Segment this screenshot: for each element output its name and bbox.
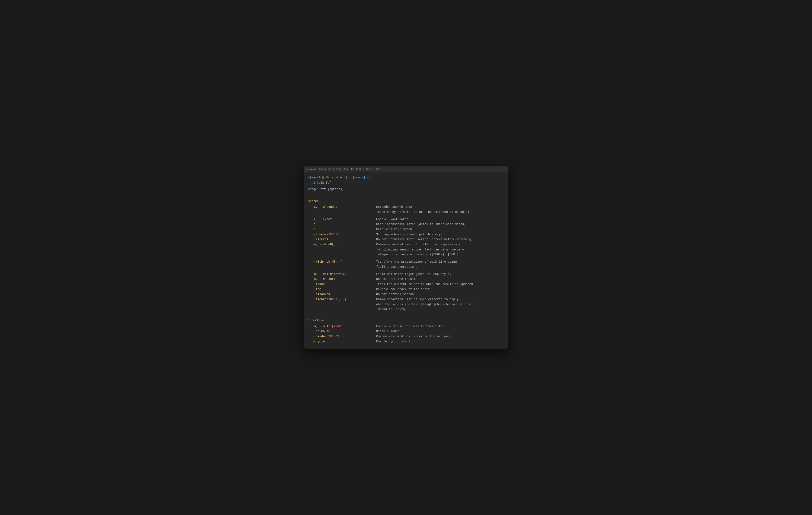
usage-line: usage: fzf [options] — [308, 187, 504, 192]
option-flag-col-i: -i — [308, 222, 376, 227]
option-spacer-nth1 — [308, 247, 376, 252]
desc-cycle: Enable cyclic scroll — [376, 340, 504, 344]
option-flag-col-delimiter: -d, --delimiter=STR — [308, 272, 376, 277]
option-flag-col-exact: -e, --exact — [308, 217, 376, 222]
option-flag-col-multi: -m, --multi[=MAX] — [308, 324, 376, 329]
prompt-space — [342, 176, 344, 179]
desc-extended-cont: (enabled by default; +x or --no-extended… — [376, 210, 504, 215]
prompt-line: ─(marslo@iMarsloPro ~) - [emacs] -> — [308, 175, 504, 180]
desc-bind: Custom key bindings. Refer to the man pa… — [376, 334, 504, 339]
bracket-close: ) — [345, 176, 347, 179]
blank-row-3 — [308, 258, 504, 260]
separator: - — [347, 176, 353, 179]
blank-row-4 — [308, 270, 504, 272]
flag-scheme-red: SCHEME — [328, 233, 339, 236]
terminal-window: ⊙ 12/27, 06:55 ⬛ 0.0 kB; 0.0 kB↑ less < … — [303, 166, 509, 349]
option-spacer-tiebreak2 — [308, 307, 376, 312]
user-host: marslo@iMarsloPro — [312, 176, 342, 179]
desc-track: Track the current selection when the res… — [376, 282, 504, 287]
option-delimiter: -d, --delimiter=STR Field delimiter rege… — [308, 272, 504, 277]
option-flag-col-disabled: --disabled — [308, 292, 376, 297]
command-text: help fzf — [317, 181, 331, 185]
desc-extended: Extended-search mode — [376, 205, 504, 210]
clock-icon: ⊙ — [306, 168, 308, 170]
option-flag-col-bind: --bind=KEYBINDS — [308, 334, 376, 339]
flag-no-mouse: --no-mouse — [312, 330, 330, 333]
arrow: -> — [365, 176, 371, 179]
option-flag-col-nth: -n, --nth=N[,..] — [308, 242, 376, 247]
option-i-plus: +i Case-sensitive match — [308, 227, 504, 232]
option-flag-col-tac: --tac — [308, 287, 376, 292]
option-i-lower: -i Case-insensitive match (default: smar… — [308, 222, 504, 227]
option-spacer-tiebreak1 — [308, 302, 376, 307]
desc-scheme: Scoring scheme [default|path|history] — [376, 232, 504, 237]
section-search-label: Search — [308, 199, 319, 203]
mem-icon: ⬛ — [328, 168, 331, 170]
desc-with-nth: Transform the presentation of each line … — [376, 260, 504, 264]
option-flag-col: -x, --extended — [308, 205, 376, 210]
option-extended: -x, --extended Extended-search mode — [308, 205, 504, 210]
blank-row-1 — [308, 195, 504, 197]
title-bar: ⊙ 12/27, 06:55 ⬛ 0.0 kB; 0.0 kB↑ less < … — [303, 166, 509, 172]
desc-exact: Enable Exact-match — [376, 217, 504, 222]
indent — [308, 181, 312, 185]
option-flag-col-cycle: --cycle — [308, 340, 376, 344]
option-with-nth: --with-nth=N[,..] Transform the presenta… — [308, 260, 504, 264]
option-nth: -n, --nth=N[,..] Comma-separated list of… — [308, 242, 504, 247]
option-flag-col-with-nth: --with-nth=N[,..] — [308, 260, 376, 264]
option-flag-col-literal: --literal — [308, 237, 376, 242]
option-flag-col-no-mouse: --no-mouse — [308, 329, 376, 334]
option-flag-col-tiebreak: --tiebreak=CRI[,..] — [308, 297, 376, 302]
option-track: --track Track the current selection when… — [308, 282, 504, 287]
desc-nth-cont2: integer or a range expression ([BEGIN]..… — [376, 252, 504, 257]
option-spacer-with-nth — [308, 265, 376, 269]
option-cycle: --cycle Enable cyclic scroll — [308, 340, 504, 344]
desc-tiebreak: Comma-separated list of sort criteria to… — [376, 297, 504, 302]
flag-bind-red: KEYBINDS — [325, 335, 339, 338]
terminal-body: ─(marslo@iMarsloPro ~) - [emacs] -> $ he… — [303, 172, 509, 349]
option-tac: --tac Reverse the order of the input — [308, 287, 504, 292]
datetime: 12/27, 06:55 — [310, 168, 326, 170]
tools: less < bat < -bash — [356, 168, 381, 170]
option-nth-cont1: for limiting search scope. Each can be a… — [308, 247, 504, 252]
flag-bind: --bind= — [312, 335, 325, 338]
flag-no-sort: +s, --no-sort — [312, 277, 336, 281]
dollar-sign: $ — [313, 181, 315, 185]
flag-plus-i: +i — [312, 227, 316, 231]
flag-tac: --tac — [312, 288, 321, 291]
option-disabled: --disabled Do not perform search — [308, 292, 504, 297]
flag-tiebreak-red: CRI[,..] — [332, 298, 346, 301]
cmd-line: $ help fzf — [308, 181, 504, 185]
option-multi: -m, --multi[=MAX] Enable multi-select wi… — [308, 324, 504, 329]
option-nth-cont2: integer or a range expression ([BEGIN]..… — [308, 252, 504, 257]
option-tiebreak-cont1: when the scores are tied [length|chunk|b… — [308, 302, 504, 307]
desc-tiebreak-cont1: when the scores are tied [length|chunk|b… — [376, 302, 504, 307]
option-spacer — [308, 210, 376, 215]
flag-multi-red: =MAX — [334, 325, 341, 328]
flag-multi-end: ] — [341, 325, 343, 328]
desc-tac: Reverse the order of the input — [376, 287, 504, 292]
flag-multi: -m, --multi[ — [312, 325, 334, 328]
emacs-label: [emacs] — [353, 176, 365, 179]
desc-with-nth-cont: field index expressions — [376, 265, 504, 269]
flag-i: -i — [312, 222, 316, 226]
desc-disabled: Do not perform search — [376, 292, 504, 297]
desc-i: Case-insensitive match (default: smart-c… — [376, 222, 504, 227]
option-exact: -e, --exact Enable Exact-match — [308, 217, 504, 222]
option-with-nth-cont: field index expressions — [308, 265, 504, 269]
option-tiebreak-cont2: (default: length) — [308, 307, 504, 312]
option-bind: --bind=KEYBINDS Custom key bindings. Ref… — [308, 334, 504, 339]
flag-delimiter-red: STR — [341, 272, 346, 276]
flag-with-nth: --with-nth=N[,..] — [312, 260, 343, 264]
option-flag-col-track: --track — [308, 282, 376, 287]
flag-scheme: --scheme= — [312, 233, 328, 236]
desc-plus-i: Case-sensitive match — [376, 227, 504, 232]
desc-nth-cont1: for limiting search scope. Each can be a… — [376, 247, 504, 252]
title-bar-status: ⊙ 12/27, 06:55 ⬛ 0.0 kB; 0.0 kB↑ less < … — [306, 168, 381, 170]
desc-no-sort: Do not sort the result — [376, 277, 504, 281]
flag-delimiter: -d, --delimiter= — [312, 272, 341, 276]
flag-cycle: --cycle — [312, 340, 325, 343]
blank-row-5 — [308, 312, 504, 315]
option-tiebreak: --tiebreak=CRI[,..] Comma-separated list… — [308, 297, 504, 302]
blank-row-2 — [308, 215, 504, 217]
